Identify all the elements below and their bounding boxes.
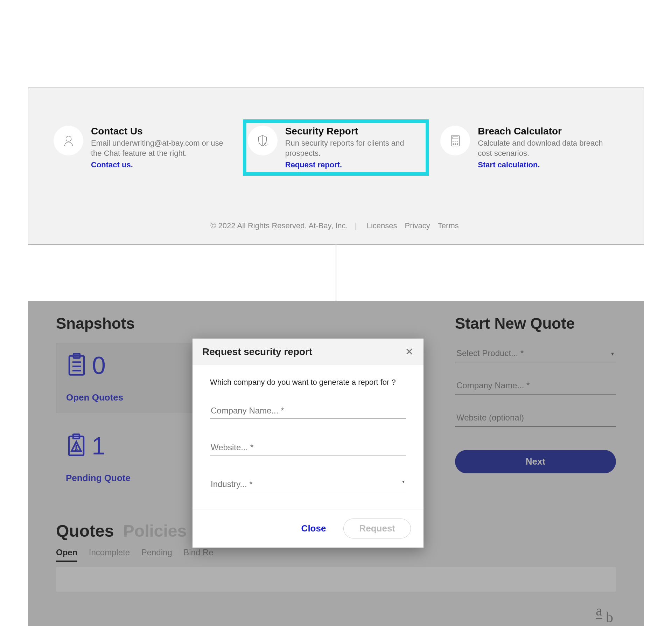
- copyright-text: © 2022 All Rights Reserved. At-Bay, Inc.: [210, 221, 348, 230]
- dashboard-panel: Snapshots 0 Open Quotes: [28, 301, 644, 626]
- svg-point-5: [455, 141, 456, 142]
- close-button[interactable]: Close: [301, 523, 326, 534]
- contact-us-link[interactable]: Contact us.: [91, 160, 133, 169]
- svg-rect-3: [453, 137, 458, 139]
- flow-connector-line: [336, 245, 336, 301]
- svg-point-0: [66, 136, 71, 141]
- privacy-link[interactable]: Privacy: [405, 221, 430, 230]
- contact-us-card: Contact Us Email underwriting@at-bay.com…: [49, 119, 236, 176]
- security-desc: Run security reports for clients and pro…: [285, 138, 425, 158]
- request-button[interactable]: Request: [343, 519, 411, 538]
- breach-title: Breach Calculator: [478, 126, 618, 137]
- start-calculation-link[interactable]: Start calculation.: [478, 160, 540, 169]
- breach-desc: Calculate and download data breach cost …: [478, 138, 618, 158]
- svg-point-6: [457, 141, 458, 142]
- svg-point-8: [455, 144, 456, 145]
- modal-title: Request security report: [202, 346, 312, 357]
- breach-calculator-card: Breach Calculator Calculate and download…: [436, 119, 623, 176]
- shield-icon: [248, 126, 278, 155]
- request-security-report-modal: Request security report ✕ Which company …: [192, 339, 424, 548]
- security-title: Security Report: [285, 126, 425, 137]
- terms-link[interactable]: Terms: [438, 221, 459, 230]
- help-cards-panel: Contact Us Email underwriting@at-bay.com…: [28, 88, 644, 245]
- request-report-link[interactable]: Request report.: [285, 160, 342, 169]
- svg-point-4: [453, 141, 454, 142]
- footer: © 2022 All Rights Reserved. At-Bay, Inc.…: [49, 221, 623, 230]
- modal-company-name-field[interactable]: [210, 402, 406, 419]
- svg-point-7: [453, 144, 454, 145]
- contact-desc: Email underwriting@at-bay.com or use the…: [91, 138, 231, 158]
- chevron-down-icon: ▾: [402, 479, 405, 484]
- licenses-link[interactable]: Licenses: [367, 221, 397, 230]
- modal-question: Which company do you want to generate a …: [210, 378, 406, 387]
- modal-website-field[interactable]: [210, 439, 406, 455]
- modal-industry-field[interactable]: [210, 476, 406, 492]
- close-icon[interactable]: ✕: [405, 347, 414, 357]
- calculator-icon: [440, 126, 470, 155]
- svg-point-9: [457, 144, 458, 145]
- security-report-card: Security Report Run security reports for…: [243, 119, 429, 176]
- contact-title: Contact Us: [91, 126, 231, 137]
- headset-icon: [54, 126, 83, 155]
